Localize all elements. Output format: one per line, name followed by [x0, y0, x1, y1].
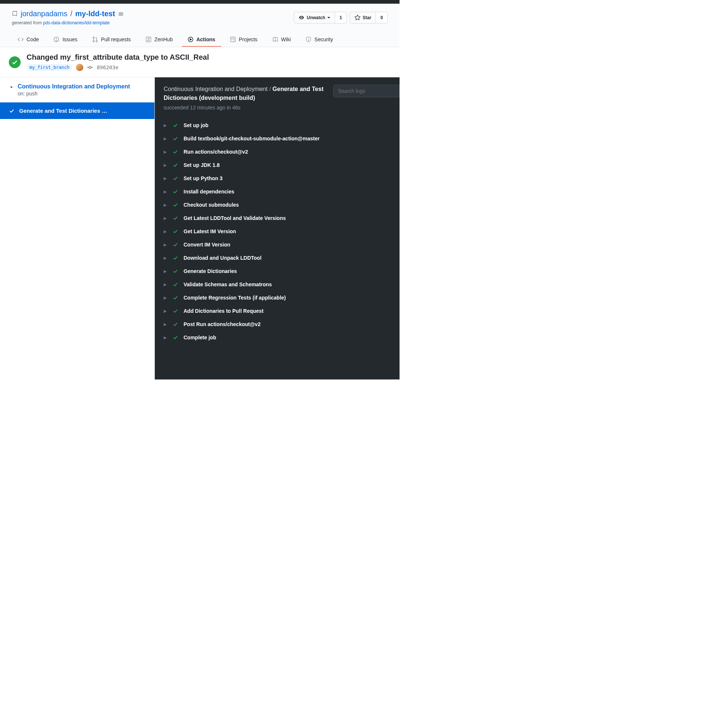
check-icon [173, 175, 178, 181]
step-row[interactable]: ▶Checkout submodules [164, 198, 400, 211]
check-icon [173, 215, 178, 221]
check-icon [173, 255, 178, 261]
check-icon [173, 228, 178, 234]
code-icon [18, 37, 24, 42]
triangle-right-icon: ▶ [164, 176, 167, 181]
star-icon [355, 15, 360, 21]
svg-point-8 [93, 41, 94, 42]
step-name: Get Latest LDDTool and Validate Versions [184, 215, 286, 221]
svg-rect-0 [119, 12, 123, 13]
step-row[interactable]: ▶Set up Python 3 [164, 172, 400, 185]
step-row[interactable]: ▶Set up job [164, 119, 400, 132]
triangle-right-icon: ▶ [164, 229, 167, 234]
triangle-right-icon: ▶ [164, 242, 167, 247]
repo-owner-link[interactable]: jordanpadams [21, 9, 67, 18]
step-row[interactable]: ▶Install dependencies [164, 185, 400, 198]
step-row[interactable]: ▶Generate Dictionaries [164, 265, 400, 278]
step-row[interactable]: ▶Complete Regression Tests (if applicabl… [164, 291, 400, 304]
repo-header: jordanpadams / my-ldd-test generated fro… [0, 4, 400, 47]
step-name: Set up JDK 1.8 [184, 162, 220, 168]
workflow-run-header: Changed my_first_attribute data_type to … [0, 47, 400, 77]
commit-icon [87, 64, 93, 70]
step-row[interactable]: ▶Set up JDK 1.8 [164, 158, 400, 172]
watchers-count[interactable]: 1 [335, 12, 347, 24]
tab-code[interactable]: Code [12, 33, 44, 47]
tab-projects-label: Projects [239, 37, 258, 42]
chevron-down-icon [9, 85, 14, 90]
stargazers-count[interactable]: 0 [376, 12, 388, 24]
unwatch-button[interactable]: Unwatch [294, 12, 335, 24]
check-icon [173, 335, 178, 340]
branch-badge[interactable]: my_first_branch [26, 64, 72, 71]
star-button[interactable]: Star [350, 12, 376, 24]
tab-pull-requests[interactable]: Pull requests [86, 33, 137, 47]
step-row[interactable]: ▶Get Latest LDDTool and Validate Version… [164, 211, 400, 225]
generated-from: generated from pds-data-dictionaries/ldd… [12, 20, 124, 25]
star-button-group: Star 0 [350, 12, 388, 24]
triangle-right-icon: ▶ [164, 150, 167, 154]
tab-zenhub[interactable]: ZenHub [140, 33, 179, 47]
check-icon [173, 149, 178, 155]
template-link[interactable]: pds-data-dictionaries/ldd-template [43, 20, 110, 25]
play-icon [188, 37, 193, 42]
book-icon [273, 37, 278, 42]
search-logs-input[interactable] [333, 85, 400, 97]
step-row[interactable]: ▶Download and Unpack LDDTool [164, 251, 400, 265]
step-row[interactable]: ▶Convert IM Version [164, 238, 400, 251]
zenhub-icon [145, 37, 152, 42]
check-icon [173, 295, 178, 301]
tab-security[interactable]: Security [300, 33, 339, 47]
step-name: Download and Unpack LDDTool [184, 255, 261, 261]
step-name: Checkout submodules [184, 202, 239, 208]
workflow-group-header[interactable]: Continuous Integration and Deployment on… [0, 77, 155, 102]
tab-issues[interactable]: Issues [47, 33, 83, 47]
svg-point-3 [301, 17, 302, 18]
step-row[interactable]: ▶Validate Schemas and Schematrons [164, 278, 400, 291]
tab-issues-label: Issues [62, 37, 77, 42]
tab-code-label: Code [26, 37, 39, 42]
tab-wiki[interactable]: Wiki [266, 33, 297, 47]
svg-point-18 [89, 66, 91, 69]
author-avatar[interactable] [76, 64, 83, 71]
watch-button-group: Unwatch 1 [294, 12, 347, 24]
status-success-icon [9, 57, 21, 68]
repo-icon [12, 11, 18, 17]
step-name: Complete Regression Tests (if applicable… [184, 295, 286, 301]
tab-pulls-label: Pull requests [101, 37, 131, 42]
global-header-strip [0, 0, 400, 4]
triangle-right-icon: ▶ [164, 256, 167, 260]
step-row[interactable]: ▶Post Run actions/checkout@v2 [164, 318, 400, 331]
step-name: Install dependencies [184, 189, 234, 194]
step-row[interactable]: ▶Complete job [164, 331, 400, 344]
eye-icon [299, 15, 305, 21]
step-row[interactable]: ▶Build textbook/git-checkout-submodule-a… [164, 132, 400, 145]
triangle-right-icon: ▶ [164, 269, 167, 274]
triangle-right-icon: ▶ [164, 190, 167, 194]
job-item-selected[interactable]: Generate and Test Dictionaries … [0, 102, 155, 119]
triangle-right-icon: ▶ [164, 216, 167, 221]
project-icon [230, 37, 236, 42]
step-name: Get Latest IM Version [184, 228, 236, 234]
step-name: Set up job [184, 122, 209, 128]
svg-point-9 [96, 41, 97, 42]
tab-projects[interactable]: Projects [224, 33, 263, 47]
run-body: Continuous Integration and Deployment on… [0, 77, 400, 379]
tab-wiki-label: Wiki [281, 37, 291, 42]
tab-security-label: Security [314, 37, 333, 42]
commit-sha[interactable]: 896203e [96, 64, 118, 70]
svg-rect-1 [119, 14, 123, 14]
repo-name-link[interactable]: my-ldd-test [75, 9, 115, 18]
tab-actions[interactable]: Actions [182, 33, 221, 47]
log-status-line: succeeded 12 minutes ago in 46s [164, 105, 327, 110]
check-icon [173, 162, 178, 168]
check-icon [173, 281, 178, 288]
triangle-right-icon: ▶ [164, 335, 167, 340]
step-row[interactable]: ▶Run actions/checkout@v2 [164, 145, 400, 158]
log-breadcrumb: Continuous Integration and Deployment / … [164, 85, 327, 102]
step-row[interactable]: ▶Add Dictionaries to Pull Request [164, 304, 400, 318]
svg-point-17 [308, 40, 309, 41]
run-meta: my_first_branch 896203e [26, 64, 209, 71]
repo-menu-icon[interactable] [118, 11, 124, 17]
triangle-right-icon: ▶ [164, 322, 167, 327]
step-row[interactable]: ▶Get Latest IM Version [164, 225, 400, 238]
